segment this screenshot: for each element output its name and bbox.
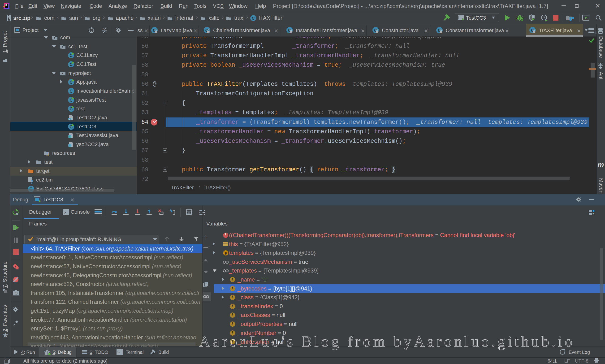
svg-text:C: C — [252, 16, 255, 21]
svg-text:J: J — [69, 117, 70, 120]
svg-text:C: C — [70, 89, 73, 94]
svg-text:J: J — [69, 144, 70, 146]
svg-text:J: J — [69, 135, 70, 138]
